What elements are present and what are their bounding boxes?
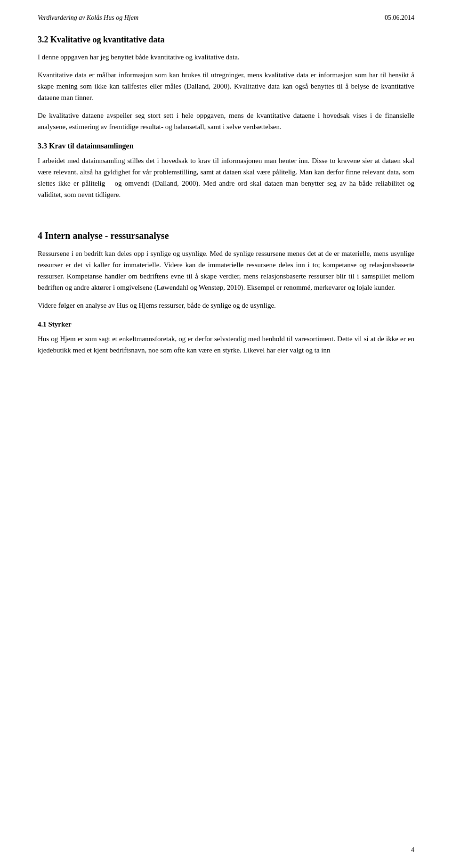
section-3-3-p1: I arbeidet med datainnsamling stilles de… [38,155,414,200]
page-number: 4 [411,846,414,853]
page-header: Verdivurdering av Kolås Hus og Hjem 05.0… [38,14,414,22]
header-title: Verdivurdering av Kolås Hus og Hjem [38,14,138,22]
section-3-2: 3.2 Kvalitative og kvantitative data I d… [38,35,414,132]
section-4-heading: 4 Intern analyse - ressursanalyse [38,230,414,241]
section-3-3: 3.3 Krav til datainnsamlingen I arbeidet… [38,142,414,200]
section-3-2-p3: De kvalitative dataene avspeiler seg sto… [38,110,414,132]
section-3-2-p1: I denne oppgaven har jeg benyttet både k… [38,51,414,63]
section-4-1-p1: Hus og Hjem er som sagt et enkeltmannsfo… [38,333,414,356]
page: Verdivurdering av Kolås Hus og Hjem 05.0… [0,0,452,868]
section-3-2-p2: Kvantitative data er målbar informasjon … [38,69,414,103]
section-3-2-heading: 3.2 Kvalitative og kvantitative data [38,35,414,45]
section-4-1-heading: 4.1 Styrker [38,320,414,328]
header-date: 05.06.2014 [385,14,414,22]
section-3-3-heading: 3.3 Krav til datainnsamlingen [38,142,414,150]
section-4-1: 4.1 Styrker Hus og Hjem er som sagt et e… [38,320,414,356]
section-4: 4 Intern analyse - ressursanalyse Ressur… [38,230,414,311]
page-footer: 4 [411,846,414,854]
section-4-p1: Ressursene i en bedrift kan deles opp i … [38,248,414,293]
section-4-p2: Videre følger en analyse av Hus og Hjems… [38,300,414,311]
